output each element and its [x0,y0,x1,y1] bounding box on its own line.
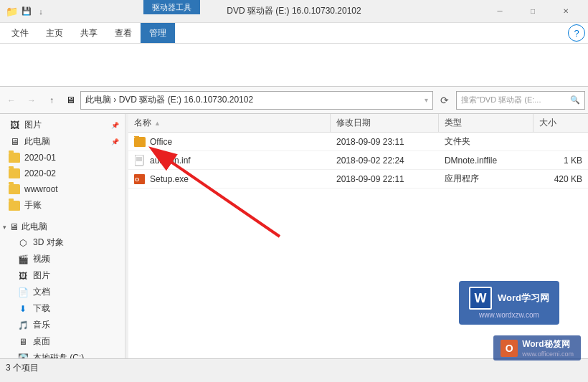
sidebar-item-video[interactable]: 🎬 视频 [0,251,125,267]
setup-name: Setup.exe [150,174,189,184]
tab-view[interactable]: 查看 [106,23,141,43]
file-list-area: 名称 ▲ 修改日期 类型 大小 Offic [128,114,588,358]
sidebar-item-2020-02[interactable]: 2020-02 [0,166,125,181]
sidebar-item-3d[interactable]: ⬡ 3D 对象 [0,234,125,251]
music-icon: 🎵 [17,320,29,331]
sidebar-item-disk-c[interactable]: 💽 本地磁盘 (C:) [0,350,125,358]
close-button[interactable]: ✕ [549,0,582,23]
sidebar-label-2020-02: 2020-02 [24,168,56,178]
tab-manage[interactable]: 管理 [141,23,175,43]
office-folder-icon [134,136,146,148]
autorun-file-icon [134,155,146,166]
3d-icon: ⬡ [17,237,29,249]
autorun-size: 1 KB [534,156,588,166]
breadcrumb-text: 此电脑 › DVD 驱动器 (E:) 16.0.10730.20102 [85,94,253,106]
disk-c-icon: 💽 [17,353,29,359]
sidebar-label-pictures-quick: 图片 [24,119,42,131]
titlebar-left: 📁 💾 ↓ [6,6,47,17]
svg-text:O: O [135,176,139,183]
setup-size: 420 KB [534,174,588,184]
breadcrumb-dropdown[interactable]: ▾ [425,96,428,104]
titlebar: 📁 💾 ↓ 驱动器工具 DVD 驱动器 (E:) 16.0.10730.2010… [0,0,588,23]
setup-exe-icon: O [134,173,146,185]
ribbon: 文件 主页 共享 查看 管理 ? [0,23,588,87]
minimize-button[interactable]: ─ [483,0,516,23]
col-header-name[interactable]: 名称 ▲ [128,114,331,133]
ribbon-tabs: 文件 主页 共享 查看 管理 ? [0,23,588,43]
file-row-office[interactable]: Office 2018-09-09 23:11 文件夹 [128,133,588,151]
window-title: DVD 驱动器 (E:) 16.0.10730.20102 [227,5,361,17]
file-list-header: 名称 ▲ 修改日期 类型 大小 [128,114,588,133]
statusbar: 3 个项目 [0,358,588,377]
folder-2020-01-icon [9,152,20,163]
sidebar-label-downloads: 下载 [33,302,50,315]
quick-save-icon[interactable]: 💾 [21,6,32,17]
window-controls: ─ □ ✕ [483,0,582,23]
thispc-section[interactable]: ▾ 🖥 此电脑 [0,218,125,234]
thispc-quick-icon: 🖥 [9,136,20,148]
col-header-size[interactable]: 大小 [534,114,588,133]
sidebar-label-pictures: 图片 [33,269,50,282]
pictures-icon: 🖼 [17,270,29,282]
forward-button[interactable]: → [23,92,40,109]
folder-2020-02-icon [9,168,20,179]
up-button[interactable]: ↑ [43,92,60,109]
col-header-type[interactable]: 类型 [439,114,534,133]
sidebar-item-thispc-quick[interactable]: 🖥 此电脑 📌 [0,133,125,150]
sidebar-item-documents[interactable]: 📄 文档 [0,284,125,300]
pin-icon2: 📌 [111,138,119,145]
breadcrumb-bar[interactable]: 此电脑 › DVD 驱动器 (E:) 16.0.10730.20102 ▾ [80,91,433,110]
office-date: 2018-09-09 23:11 [331,137,439,147]
sidebar-label-desktop: 桌面 [33,335,50,348]
sidebar-item-music[interactable]: 🎵 音乐 [0,317,125,333]
file-row-autorun[interactable]: autorun.inf 2018-09-02 22:24 DMnote.inff… [128,151,588,170]
tab-share[interactable]: 共享 [72,23,106,43]
sidebar-item-pictures[interactable]: 🖼 图片 [0,267,125,284]
tool-tab[interactable]: 驱动器工具 [143,0,200,14]
back-button[interactable]: ← [3,92,20,109]
thispc-expand-icon: ▾ [3,224,6,231]
tab-home[interactable]: 主页 [37,23,72,43]
help-button[interactable]: ? [568,24,585,42]
sidebar-label-video: 视频 [33,253,50,265]
refresh-button[interactable]: ⟳ [436,92,453,109]
sidebar-item-2020-01[interactable]: 2020-01 [0,150,125,166]
main-area: 🖼 图片 📌 🖥 此电脑 📌 2020-01 2020-02 wwwroot [0,114,588,358]
autorun-type: DMnote.inffile [439,156,534,166]
sidebar: 🖼 图片 📌 🖥 此电脑 📌 2020-01 2020-02 wwwroot [0,114,125,358]
thispc-icon: 🖥 [9,221,19,232]
quick-arrow-icon[interactable]: ↓ [35,6,47,17]
file-row-setup[interactable]: O Setup.exe 2018-09-09 22:11 应用程序 420 KB [128,170,588,188]
search-placeholder: 搜索"DVD 驱动器 (E:... [461,95,541,105]
sidebar-label-shoubi: 手账 [24,199,42,211]
sidebar-item-wwwroot[interactable]: wwwroot [0,181,125,197]
downloads-icon: ⬇ [17,303,29,315]
ribbon-content [0,43,588,86]
sidebar-item-pictures-quick[interactable]: 🖼 图片 📌 [0,117,125,133]
sidebar-label-2020-01: 2020-01 [24,153,56,163]
col-sort-icon: ▲ [154,120,161,127]
sidebar-item-downloads[interactable]: ⬇ 下载 [0,300,125,317]
setup-date: 2018-09-09 22:11 [331,174,439,184]
office-type: 文件夹 [439,135,534,148]
col-header-date[interactable]: 修改日期 [331,114,439,133]
sidebar-item-shoubi[interactable]: 手账 [0,197,125,214]
autorun-name: autorun.inf [150,156,191,166]
sidebar-label-thispc-quick: 此电脑 [24,135,50,148]
breadcrumb-pc-icon: 🖥 [63,93,77,108]
sidebar-label-music: 音乐 [33,319,50,331]
pin-icon: 📌 [111,122,119,129]
maximize-button[interactable]: □ [516,0,549,23]
office-name: Office [150,137,172,147]
search-bar[interactable]: 搜索"DVD 驱动器 (E:... 🔍 [456,91,585,110]
desktop-icon: 🖥 [17,336,29,348]
sidebar-label-documents: 文档 [33,286,50,298]
search-icon[interactable]: 🔍 [570,95,580,105]
sidebar-label-disk-c: 本地磁盘 (C:) [33,352,84,358]
tab-file[interactable]: 文件 [3,23,37,43]
window-icon: 📁 [6,6,18,17]
sidebar-item-desktop[interactable]: 🖥 桌面 [0,333,125,350]
thispc-label: 此电脑 [22,221,47,233]
setup-type: 应用程序 [439,173,534,185]
empty-space [128,188,588,358]
